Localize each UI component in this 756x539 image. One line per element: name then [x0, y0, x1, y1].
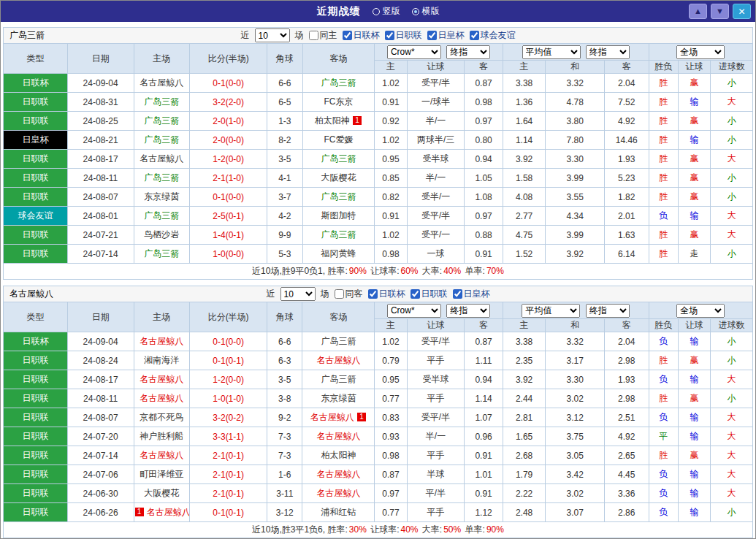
same-side-filter[interactable]: 同客	[335, 288, 363, 300]
home-team-name[interactable]: 广岛三箭	[144, 248, 179, 259]
scope-select[interactable]: 全场	[676, 45, 725, 59]
league-filter[interactable]: 球会友谊	[470, 29, 516, 42]
home-team-name[interactable]: 名古屋鲸八	[140, 336, 183, 346]
euro-home-odds: 3.38	[503, 332, 546, 351]
home-team-name[interactable]: 大阪樱花	[144, 488, 179, 498]
same-side-filter[interactable]: 同主	[309, 29, 337, 42]
col-header-away: 客场	[302, 44, 375, 74]
home-team-name[interactable]: 名古屋鲸八	[140, 77, 183, 88]
corner-score: 6-5	[267, 93, 302, 112]
away-team-name[interactable]: 广岛三箭	[321, 374, 356, 384]
recent-count-select[interactable]: 10	[255, 28, 290, 42]
away-team-name[interactable]: 名古屋鲸八	[310, 412, 354, 422]
home-team-name[interactable]: 神户胜利船	[140, 431, 183, 441]
euro-time-select[interactable]: 终指	[586, 45, 630, 59]
home-team-name[interactable]: 广岛三箭	[144, 134, 179, 145]
home-team-name[interactable]: 广岛三箭	[144, 115, 179, 126]
away-team-name[interactable]: 广岛三箭	[321, 77, 356, 88]
league-filter[interactable]: 日联杯	[343, 29, 380, 42]
match-row: 日职联 24-07-14 名古屋鲸八 2-1(0-1) 7-3 柏太阳神 0.9…	[4, 446, 753, 465]
radio-selected-icon	[412, 8, 419, 15]
close-button[interactable]: ✕	[733, 4, 751, 19]
layout-radio-vertical[interactable]: 竖版	[373, 5, 400, 18]
move-down-button[interactable]: ▼	[711, 4, 729, 19]
home-team-name[interactable]: 广岛三箭	[144, 96, 179, 107]
league-filter-checkbox[interactable]	[427, 31, 437, 40]
handicap-result-cell: 输	[678, 93, 710, 112]
home-team-name[interactable]: 名古屋鲸八	[147, 507, 190, 517]
home-team-name[interactable]: 京都不死鸟	[140, 412, 183, 422]
league-filter-checkbox[interactable]	[368, 289, 378, 299]
league-filter-checkbox[interactable]	[470, 31, 479, 40]
result-cell: 胜	[649, 112, 678, 131]
away-team-name[interactable]: 福冈黄蜂	[321, 248, 356, 259]
away-team-name[interactable]: 东京绿茵	[321, 393, 356, 403]
away-team-name[interactable]: 广岛三箭	[321, 336, 356, 346]
away-team-name[interactable]: 柏太阳神	[321, 450, 356, 460]
asia-company-select[interactable]: Crow*	[387, 45, 441, 59]
away-team-name[interactable]: 斯图加特	[321, 210, 356, 221]
home-team-name[interactable]: 广岛三箭	[144, 172, 179, 183]
away-team-name[interactable]: FC爱媛	[324, 134, 353, 145]
home-team-name[interactable]: 名古屋鲸八	[140, 393, 183, 403]
league-filter-checkbox[interactable]	[385, 31, 394, 40]
away-team-name[interactable]: 广岛三箭	[321, 191, 356, 202]
euro-time-select[interactable]: 终指	[586, 304, 630, 318]
away-team-name[interactable]: 名古屋鲸八	[316, 431, 360, 441]
away-team-name[interactable]: 广岛三箭	[321, 153, 356, 164]
away-team-name[interactable]: 柏太阳神	[315, 115, 350, 126]
league-filter[interactable]: 日联杯	[368, 288, 405, 300]
asia-time-select[interactable]: 终指	[446, 304, 490, 318]
away-team-name[interactable]: 名古屋鲸八	[316, 355, 360, 365]
euro-away-odds: 2.98	[605, 389, 649, 408]
euro-average-select[interactable]: 平均值	[522, 45, 581, 59]
asia-time-select[interactable]: 终指	[446, 45, 490, 59]
away-team-name[interactable]: 大阪樱花	[321, 172, 356, 183]
results-rows: 日联杯 24-09-04 名古屋鲸八 0-1(0-0) 6-6 广岛三箭 1.0…	[4, 332, 753, 522]
home-team-name[interactable]: 东京绿茵	[144, 191, 179, 202]
home-team-name[interactable]: 名古屋鲸八	[140, 153, 183, 164]
home-team-name[interactable]: 广岛三箭	[144, 210, 179, 221]
home-team-name[interactable]: 鸟栖沙岩	[144, 229, 179, 240]
away-team-name[interactable]: 广岛三箭	[321, 229, 356, 240]
match-date: 24-08-01	[67, 207, 134, 226]
away-team-name[interactable]: FC东京	[324, 96, 353, 107]
handicap-result-cell: 赢	[678, 389, 710, 408]
home-team-name[interactable]: 湘南海洋	[144, 355, 179, 365]
scope-select[interactable]: 全场	[676, 304, 725, 318]
match-score: 1-0(0-0)	[190, 245, 267, 264]
league-filter[interactable]: 日职联	[411, 288, 448, 300]
col-header-date: 日期	[67, 302, 134, 332]
asia-home-odds: 1.02	[375, 74, 407, 93]
away-team-cell: 广岛三箭	[302, 188, 375, 207]
recent-count-select[interactable]: 10	[280, 287, 316, 301]
league-filter[interactable]: 日职联	[385, 29, 422, 42]
match-type-badge: 日职联	[4, 112, 68, 131]
away-team-name[interactable]: 浦和红钻	[321, 507, 356, 517]
euro-average-select[interactable]: 平均值	[522, 304, 580, 318]
radio-horizontal-label: 横版	[422, 5, 440, 18]
move-up-button[interactable]: ▲	[689, 4, 707, 19]
euro-draw-odds: 3.05	[546, 446, 605, 465]
euro-home-odds: 1.64	[503, 112, 546, 131]
home-team-name[interactable]: 名古屋鲸八	[140, 450, 183, 460]
home-team-name[interactable]: 町田泽维亚	[140, 469, 183, 479]
league-filter-checkbox[interactable]	[453, 289, 462, 299]
asia-company-select[interactable]: Crow*	[387, 304, 441, 318]
col-header-euro-home: 主	[503, 319, 546, 332]
asia-home-odds: 0.97	[375, 484, 407, 503]
away-team-name[interactable]: 名古屋鲸八	[316, 488, 360, 498]
league-filter[interactable]: 日皇杯	[427, 29, 465, 42]
euro-draw-odds: 3.32	[546, 74, 605, 93]
same-side-checkbox[interactable]	[309, 31, 318, 40]
league-filter[interactable]: 日皇杯	[453, 288, 490, 300]
match-type-badge: 球会友谊	[4, 207, 68, 226]
euro-away-odds: 7.52	[605, 93, 649, 112]
league-filter-checkbox[interactable]	[343, 31, 352, 40]
layout-radio-horizontal[interactable]: 横版	[412, 5, 440, 18]
same-side-checkbox[interactable]	[335, 289, 344, 299]
league-filter-checkbox[interactable]	[411, 289, 420, 299]
summary-segment: 70%	[486, 266, 504, 276]
away-team-name[interactable]: 名古屋鲸八	[316, 469, 360, 479]
home-team-name[interactable]: 名古屋鲸八	[140, 374, 183, 384]
